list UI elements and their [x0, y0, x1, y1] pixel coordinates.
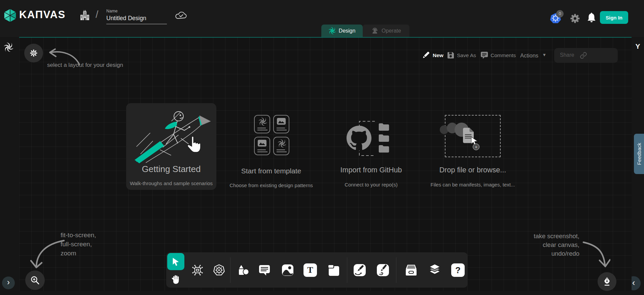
hand-pan-icon — [171, 274, 181, 284]
brand-wordmark: KAΠVAS — [19, 9, 66, 21]
template-card-title[interactable]: Start from template — [224, 167, 319, 175]
tab-design[interactable]: Design — [321, 25, 363, 37]
share-label: Share — [560, 52, 574, 58]
layout-hint-text: select a layout for your design — [47, 62, 123, 69]
chevron-left-icon: ‹ — [632, 278, 635, 288]
template-tile-design[interactable] — [273, 137, 289, 155]
select-arrow-icon — [172, 257, 180, 266]
template-image-icon — [258, 140, 266, 146]
settings-gear-icon[interactable] — [570, 13, 580, 24]
shapes-tool[interactable] — [236, 263, 250, 277]
meshery-swirl-icon[interactable] — [4, 43, 13, 52]
screenshot-hint-text: take screenshot, clear canvas, undo/redo — [505, 232, 579, 258]
template-image-icon — [277, 118, 286, 125]
credits-badge: 0 — [556, 10, 564, 17]
help-tool[interactable]: ? — [451, 263, 465, 277]
zoom-hint-text: fit-to-screen, full-screen, zoom — [61, 230, 96, 258]
github-card-title[interactable]: Import from GitHub — [324, 166, 419, 174]
template-swirl-icon — [259, 118, 267, 126]
layout-asterisk-icon — [29, 49, 38, 57]
repo-folder-icon — [378, 145, 390, 153]
notifications-bell-icon[interactable] — [587, 12, 596, 23]
template-tile-image[interactable] — [273, 115, 289, 133]
pan-tool-button[interactable] — [167, 271, 184, 287]
repo-folder-icon — [378, 123, 390, 131]
breadcrumb-separator: / — [96, 9, 98, 20]
whiteboard-pen-button[interactable] — [598, 272, 616, 291]
text-tool-glyph: T — [307, 265, 313, 275]
toolbar-divider — [396, 257, 396, 283]
hand-pointer-cursor-icon — [186, 136, 202, 153]
kubernetes-tool[interactable] — [212, 263, 226, 277]
new-design-pencil-icon[interactable] — [421, 50, 431, 60]
design-name-input[interactable] — [106, 15, 167, 24]
pen-tool[interactable] — [353, 263, 366, 277]
github-card-subtitle: Connect to your repo(s) — [324, 182, 419, 187]
tab-operate[interactable]: Operate — [363, 25, 409, 37]
comments-bubble-icon[interactable] — [480, 51, 489, 60]
template-card-subtitle: Choose from existing design patterns — [220, 182, 322, 188]
app-header: KAΠVAS / Name — [0, 0, 644, 37]
text-tool[interactable]: T — [303, 263, 317, 277]
feedback-tab[interactable]: Feedback — [634, 134, 644, 174]
design-swirl-icon — [329, 27, 336, 34]
template-tile-design[interactable] — [254, 115, 270, 133]
actions-menu-button[interactable]: Actions — [520, 52, 538, 59]
catalog-drawer-tool[interactable] — [404, 263, 418, 277]
kanvas-logo-icon[interactable] — [3, 8, 17, 23]
zoom-button[interactable] — [25, 270, 45, 290]
drop-card-title[interactable]: Drop file or browse... — [424, 166, 522, 174]
screenshot-hint-arrow — [581, 237, 610, 269]
image-tool[interactable] — [281, 263, 294, 277]
rocket-doodle-illustration — [131, 106, 212, 164]
toolbar-divider — [230, 257, 230, 283]
cloud-save-status-icon — [175, 10, 187, 20]
add-file-plus-icon: + — [473, 143, 479, 150]
chevron-right-icon: › — [7, 278, 10, 287]
github-octocat-icon[interactable] — [347, 126, 371, 151]
template-tile-image[interactable] — [254, 137, 270, 155]
actions-caret-down-icon[interactable]: ▾ — [543, 52, 546, 58]
select-tool-button[interactable] — [167, 253, 184, 270]
feedback-label: Feedback — [636, 143, 642, 165]
share-button[interactable]: Share — [554, 48, 618, 63]
comment-tool[interactable] — [258, 263, 271, 277]
magnifier-plus-icon — [30, 276, 40, 285]
layout-selector-button[interactable] — [24, 44, 43, 62]
note-tool[interactable] — [327, 263, 340, 277]
design-name-label: Name — [106, 9, 117, 13]
pen-nib-icon — [603, 277, 611, 286]
zoom-hint-arrow — [26, 235, 65, 270]
save-as-floppy-icon[interactable] — [447, 51, 455, 59]
expand-left-panel-button[interactable]: › — [2, 277, 15, 289]
drop-card-subtitle: Files can be manifests, images, text... — [422, 182, 523, 187]
share-link-icon — [580, 52, 587, 59]
comments-button[interactable]: Comments — [491, 52, 516, 58]
layers-tool[interactable] — [428, 263, 441, 277]
sign-in-button[interactable]: Sign In — [600, 11, 628, 24]
getting-started-subtitle: Walk-throughs and sample scenarios — [122, 180, 220, 186]
template-swirl-icon — [278, 139, 286, 148]
help-glyph: ? — [455, 265, 461, 276]
new-design-button[interactable]: New — [433, 52, 443, 58]
left-edge-panel — [0, 37, 19, 295]
organization-icon[interactable] — [79, 9, 91, 22]
merge-handle-icon[interactable]: Y — [632, 42, 644, 50]
toolbar-divider — [347, 257, 347, 283]
save-as-button[interactable]: Save As — [457, 52, 476, 58]
freehand-draw-tool[interactable] — [376, 263, 390, 277]
repo-folder-icon — [378, 134, 390, 142]
kanvas-app: KAΠVAS / Name — [0, 0, 644, 295]
operate-headset-icon — [371, 27, 379, 35]
tab-operate-label: Operate — [382, 28, 401, 34]
getting-started-title: Getting Started — [126, 164, 216, 174]
component-chip-tool[interactable] — [191, 263, 204, 277]
tab-design-label: Design — [339, 28, 356, 34]
